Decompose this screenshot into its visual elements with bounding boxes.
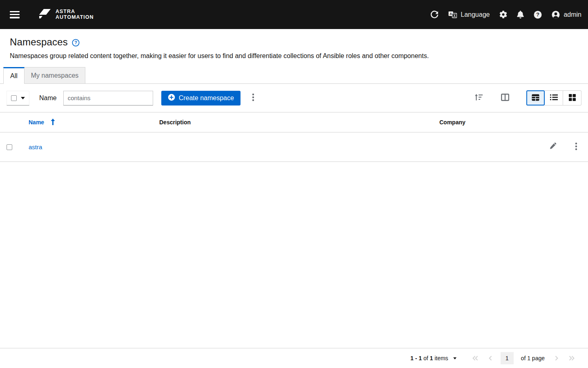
page-count-label: of 1 page	[521, 355, 545, 361]
table-row: astra	[0, 132, 588, 162]
list-view-toggle[interactable]	[545, 90, 563, 105]
namespaces-table: Name Description Company astra	[0, 112, 588, 162]
manage-columns-button[interactable]	[499, 91, 512, 105]
bulk-select-checkbox[interactable]	[11, 95, 17, 101]
page-help-icon[interactable]: ?	[72, 39, 80, 47]
kebab-icon	[575, 142, 577, 152]
brand-line1: ASTRA	[56, 9, 94, 14]
items-range: 1 - 1	[410, 355, 422, 361]
name-filter-input[interactable]	[63, 91, 153, 105]
content-empty-area	[0, 162, 588, 348]
svg-text:?: ?	[536, 11, 539, 18]
edit-namespace-button[interactable]	[547, 141, 558, 153]
table-view-icon	[532, 94, 539, 102]
tab-my-namespaces-label: My namespaces	[31, 72, 79, 79]
card-view-icon	[569, 94, 576, 102]
namespace-link[interactable]: astra	[29, 144, 42, 150]
per-page-dropdown[interactable]: 1 - 1 of 1 items	[410, 355, 457, 361]
row-checkbox[interactable]	[7, 144, 12, 150]
caret-down-icon	[453, 357, 457, 359]
brand-logo[interactable]: ASTRA AUTOMATION	[39, 9, 94, 21]
help-button[interactable]: ?	[534, 11, 542, 19]
page-header: Namespaces ? Namespaces group related co…	[0, 29, 588, 67]
create-namespace-label: Create namespace	[179, 94, 234, 102]
masthead: ASTRA AUTOMATION A Language	[0, 0, 588, 29]
column-header-company: Company	[439, 119, 543, 126]
language-label: Language	[461, 11, 490, 18]
refresh-icon	[430, 11, 439, 19]
items-of: of	[423, 355, 428, 361]
settings-button[interactable]	[499, 11, 507, 18]
column-header-name[interactable]: Name	[29, 119, 55, 126]
bell-icon	[517, 11, 524, 18]
items-word: items	[434, 355, 448, 361]
create-namespace-button[interactable]: Create namespace	[161, 91, 241, 105]
prev-page-button[interactable]	[485, 353, 496, 363]
language-button[interactable]: A Language	[448, 10, 490, 19]
tab-my-namespaces[interactable]: My namespaces	[24, 67, 86, 83]
astra-logo-icon	[39, 9, 51, 21]
table-view-toggle[interactable]	[526, 90, 545, 105]
items-count-label: 1 - 1 of 1 items	[410, 355, 448, 361]
plus-circle-icon	[168, 94, 175, 103]
manage-columns-icon	[501, 94, 509, 102]
view-toggle-group	[526, 90, 581, 105]
refresh-button[interactable]	[430, 11, 439, 19]
next-page-button[interactable]	[551, 353, 562, 363]
notifications-button[interactable]	[517, 11, 524, 18]
kebab-icon	[252, 93, 254, 103]
brand-logo-text: ASTRA AUTOMATION	[56, 9, 94, 20]
toolbar: Name Create namespace	[0, 84, 588, 112]
gear-icon	[499, 11, 507, 18]
svg-text:A: A	[450, 12, 452, 16]
help-icon: ?	[534, 11, 542, 19]
language-icon: A	[448, 10, 457, 19]
tab-all-label: All	[10, 72, 18, 80]
name-column-label: Name	[29, 119, 44, 126]
column-header-description: Description	[159, 119, 439, 126]
pagination-bar: 1 - 1 of 1 items of 1 page	[0, 348, 588, 368]
last-page-button[interactable]	[565, 353, 578, 363]
card-view-toggle[interactable]	[563, 90, 581, 105]
sort-options-button[interactable]	[472, 91, 486, 105]
bulk-select-dropdown[interactable]	[7, 91, 29, 105]
tab-all[interactable]: All	[3, 67, 24, 84]
caret-down-icon	[21, 97, 25, 99]
username: admin	[564, 11, 581, 18]
page-title: Namespaces	[10, 36, 68, 48]
items-total: 1	[430, 355, 433, 361]
toolbar-kebab-menu[interactable]	[248, 91, 258, 105]
sort-icon	[474, 94, 483, 102]
tabs: All My namespaces	[0, 67, 588, 84]
current-page-input[interactable]	[501, 352, 514, 364]
page-subtitle: Namespaces group related content togethe…	[10, 52, 578, 60]
brand-line2: AUTOMATION	[56, 15, 94, 20]
svg-text:?: ?	[74, 40, 77, 45]
filter-label: Name	[39, 94, 57, 102]
first-page-button[interactable]	[469, 353, 482, 363]
sort-ascending-icon	[51, 119, 55, 126]
page-navigation: of 1 page	[469, 352, 578, 364]
edit-pencil-icon	[549, 143, 556, 151]
nav-menu-icon[interactable]	[10, 10, 20, 20]
user-icon	[552, 11, 560, 19]
list-view-icon	[550, 94, 558, 102]
row-kebab-menu[interactable]	[571, 140, 581, 154]
table-header-row: Name Description Company	[0, 112, 588, 132]
user-menu-button[interactable]: admin	[552, 11, 581, 19]
